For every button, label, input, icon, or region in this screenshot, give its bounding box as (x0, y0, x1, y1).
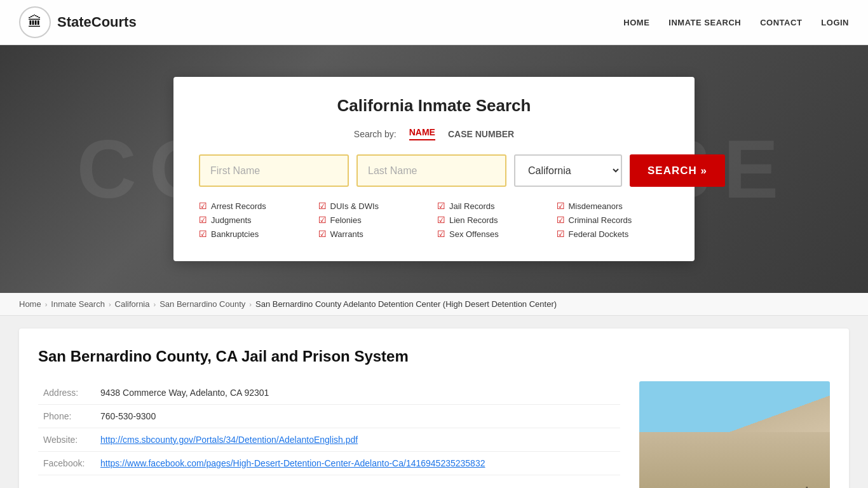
breadcrumb-current: San Bernardino County Adelanto Detention… (255, 299, 557, 309)
website-value: http://cms.sbcounty.gov/Portals/34/Deten… (95, 428, 620, 452)
checkbox-icon: ☑ (199, 229, 207, 239)
address-row: Address: 9438 Commerce Way, Adelanto, CA… (38, 381, 620, 405)
site-header: 🏛 StateCourts HOME INMATE SEARCH CONTACT… (0, 0, 868, 45)
website-label: Website: (38, 428, 95, 452)
checkbox-icon: ☑ (437, 229, 445, 239)
logo-area: 🏛 StateCourts (19, 6, 137, 38)
address-value: 9438 Commerce Way, Adelanto, CA 92301 (95, 381, 620, 405)
check-label: Lien Records (449, 215, 498, 225)
check-item: ☑Judgments (199, 215, 312, 225)
check-label: Judgments (211, 215, 252, 225)
nav-inmate-search[interactable]: INMATE SEARCH (668, 18, 741, 27)
check-label: Jail Records (449, 201, 495, 211)
hero-section: COURTHOUSE California Inmate Search Sear… (0, 45, 868, 293)
breadcrumb: Home › Inmate Search › California › San … (0, 293, 868, 316)
facebook-label: Facebook: (38, 452, 95, 475)
checkbox-icon: ☑ (318, 201, 327, 211)
phone-row: Phone: 760-530-9300 (38, 405, 620, 428)
facebook-row: Facebook: https://www.facebook.com/pages… (38, 452, 620, 475)
search-by-row: Search by: NAME CASE NUMBER (199, 127, 669, 140)
check-label: Warrants (330, 229, 363, 239)
main-nav: HOME INMATE SEARCH CONTACT LOGIN (623, 18, 849, 27)
breadcrumb-sep-3: › (154, 301, 156, 308)
site-name: StateCourts (57, 14, 137, 30)
check-label: Arrest Records (211, 201, 266, 211)
check-item: ☑DUIs & DWIs (318, 201, 431, 211)
website-link[interactable]: http://cms.sbcounty.gov/Portals/34/Deten… (100, 435, 358, 445)
check-item: ☑Bankruptcies (199, 229, 312, 239)
check-label: Misdemeanors (569, 201, 623, 211)
breadcrumb-sep-1: › (45, 301, 48, 308)
search-by-label: Search by: (354, 129, 397, 139)
check-item: ☑Federal Dockets (557, 229, 670, 239)
check-item: ☑Arrest Records (199, 201, 312, 211)
facility-details-table: Address: 9438 Commerce Way, Adelanto, CA… (38, 381, 620, 475)
check-label: DUIs & DWIs (330, 201, 379, 211)
check-item: ☑Felonies (318, 215, 431, 225)
check-item: ☑Criminal Records (557, 215, 670, 225)
check-label: Criminal Records (569, 215, 632, 225)
check-item: ☑Misdemeanors (557, 201, 670, 211)
checkbox-icon: ☑ (318, 229, 327, 239)
check-item: ☑Jail Records (437, 201, 550, 211)
checkbox-icon: ☑ (437, 201, 445, 211)
breadcrumb-sep-2: › (109, 301, 111, 308)
checkbox-icon: ☑ (199, 215, 207, 225)
nav-home[interactable]: HOME (623, 18, 649, 27)
breadcrumb-sep-4: › (249, 301, 252, 308)
address-label: Address: (38, 381, 95, 405)
breadcrumb-inmate-search[interactable]: Inmate Search (51, 299, 105, 309)
checkbox-icon: ☑ (199, 201, 207, 211)
check-label: Felonies (330, 215, 362, 225)
check-item: ☑Lien Records (437, 215, 550, 225)
checkbox-icon: ☑ (557, 201, 565, 211)
search-inputs-row: AlabamaAlaskaArizonaArkansasCaliforniaCo… (199, 154, 669, 187)
logo-icon: 🏛 (19, 6, 51, 38)
search-button[interactable]: SEARCH » (630, 154, 725, 187)
tab-name[interactable]: NAME (409, 127, 435, 140)
phone-label: Phone: (38, 405, 95, 428)
search-modal: California Inmate Search Search by: NAME… (173, 77, 695, 261)
breadcrumb-county[interactable]: San Bernardino County (159, 299, 245, 309)
facility-image (639, 381, 830, 488)
phone-value: 760-530-9300 (95, 405, 620, 428)
check-item: ☑Warrants (318, 229, 431, 239)
main-content: San Bernardino County, CA Jail and Priso… (19, 329, 849, 488)
checkbox-icon: ☑ (557, 215, 565, 225)
checkbox-icon: ☑ (437, 215, 445, 225)
last-name-input[interactable] (356, 154, 506, 187)
checkbox-icon: ☑ (557, 229, 565, 239)
tab-case-number[interactable]: CASE NUMBER (448, 129, 514, 139)
nav-login[interactable]: LOGIN (821, 18, 849, 27)
breadcrumb-home[interactable]: Home (19, 299, 41, 309)
website-row: Website: http://cms.sbcounty.gov/Portals… (38, 428, 620, 452)
check-label: Bankruptcies (211, 229, 259, 239)
facility-title: San Bernardino County, CA Jail and Priso… (38, 348, 830, 365)
facility-info: Address: 9438 Commerce Way, Adelanto, CA… (38, 381, 620, 488)
nav-contact[interactable]: CONTACT (760, 18, 802, 27)
check-item: ☑Sex Offenses (437, 229, 550, 239)
content-layout: Address: 9438 Commerce Way, Adelanto, CA… (38, 381, 830, 488)
breadcrumb-california[interactable]: California (115, 299, 150, 309)
check-label: Sex Offenses (449, 229, 499, 239)
modal-title: California Inmate Search (199, 96, 669, 116)
check-label: Federal Dockets (569, 229, 629, 239)
state-select[interactable]: AlabamaAlaskaArizonaArkansasCaliforniaCo… (514, 154, 622, 187)
facebook-value: https://www.facebook.com/pages/High-Dese… (95, 452, 620, 475)
facebook-link[interactable]: https://www.facebook.com/pages/High-Dese… (100, 458, 485, 468)
record-types-grid: ☑Arrest Records☑Judgments☑Bankruptcies☑D… (199, 201, 669, 239)
checkbox-icon: ☑ (318, 215, 327, 225)
first-name-input[interactable] (199, 154, 349, 187)
